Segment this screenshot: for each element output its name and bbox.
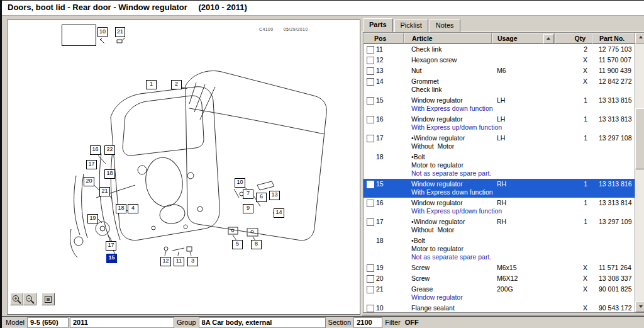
diagram-callout-13[interactable]: 13 bbox=[269, 191, 280, 200]
scroll-thumb[interactable] bbox=[635, 108, 644, 169]
row-checkbox[interactable] bbox=[367, 135, 374, 142]
column-scroll-up-button[interactable] bbox=[543, 34, 553, 44]
diagram-panel: 10 21 C4100 05/29/2010 121 bbox=[7, 20, 360, 315]
diagram-callout-11[interactable]: 11 bbox=[174, 257, 184, 266]
row-checkbox[interactable] bbox=[367, 264, 374, 272]
row-checkbox[interactable] bbox=[367, 286, 374, 293]
usage-cell: M6X12 bbox=[492, 274, 555, 283]
row-checkbox[interactable] bbox=[367, 200, 374, 207]
scroll-up-button[interactable] bbox=[635, 33, 644, 43]
column-header-article[interactable]: Article bbox=[404, 33, 492, 44]
column-header-pos[interactable]: Pos bbox=[364, 33, 404, 44]
group-label: Group bbox=[177, 319, 196, 326]
diagram-callout-19[interactable]: 19 bbox=[87, 214, 98, 223]
table-row-pos-10[interactable]: 10Flange sealantX90 543 172 bbox=[364, 303, 635, 312]
diagram-callout-17[interactable]: 17 bbox=[86, 160, 97, 169]
pos-cell: 16 bbox=[364, 115, 404, 132]
door-diagram bbox=[8, 20, 358, 313]
pos-value: 17 bbox=[376, 218, 384, 225]
table-row-pos-18[interactable]: 18•BoltMotor to regulatorNot as separate… bbox=[364, 152, 635, 179]
qty-cell: 1 bbox=[555, 115, 592, 132]
row-checkbox[interactable] bbox=[367, 305, 374, 312]
drawing-number: C4100 bbox=[259, 27, 274, 31]
diagram-callout-22[interactable]: 22 bbox=[104, 145, 115, 155]
scroll-down-button[interactable] bbox=[635, 302, 644, 312]
diagram-callout-18[interactable]: 18 bbox=[116, 204, 126, 213]
diagram-callout-5[interactable]: 5 bbox=[232, 240, 243, 249]
diagram-callout-12[interactable]: 12 bbox=[160, 257, 171, 266]
table-row-pos-12[interactable]: 12Hexagon screwX11 570 007 bbox=[364, 55, 635, 65]
tab-notes[interactable]: Notes bbox=[430, 19, 460, 32]
row-checkbox[interactable] bbox=[367, 78, 374, 86]
tab-bar: PartsPicklistNotes bbox=[363, 19, 462, 31]
fit-view-button[interactable] bbox=[42, 293, 55, 305]
table-row-pos-21[interactable]: 21GreaseWindow regulator200GX90 001 825 bbox=[364, 284, 635, 303]
vertical-scrollbar[interactable] bbox=[635, 33, 644, 312]
zoom-in-button[interactable] bbox=[10, 293, 23, 305]
diagram-callout-20[interactable]: 20 bbox=[84, 177, 94, 186]
arrow-up-icon bbox=[547, 37, 550, 40]
row-checkbox[interactable] bbox=[367, 116, 374, 123]
row-checkbox[interactable] bbox=[367, 97, 374, 105]
diagram-callout-14[interactable]: 14 bbox=[274, 208, 284, 218]
tab-picklist[interactable]: Picklist bbox=[394, 19, 428, 32]
pos-cell: 19 bbox=[364, 264, 404, 272]
diagram-callout-18[interactable]: 18 bbox=[104, 169, 115, 179]
table-row-pos-17[interactable]: 17•Window regulatorWithout MotorRH113 29… bbox=[364, 217, 635, 235]
usage-cell bbox=[492, 77, 555, 94]
diagram-callout-17[interactable]: 17 bbox=[106, 241, 116, 251]
column-header-part[interactable]: Part No. bbox=[592, 33, 635, 44]
year-value: 2011 bbox=[70, 317, 174, 328]
row-checkbox[interactable] bbox=[367, 218, 374, 226]
qty-cell bbox=[555, 237, 592, 261]
qty-cell: X bbox=[555, 274, 592, 283]
table-row-pos-14[interactable]: 14GrommetCheck linkX12 842 272 bbox=[364, 76, 635, 95]
filter-value: OFF bbox=[405, 319, 419, 326]
table-row-pos-19[interactable]: 19ScrewM6x15X11 571 264 bbox=[364, 263, 635, 273]
part-number-cell: 13 297 109 bbox=[592, 218, 635, 234]
usage-cell: RH bbox=[492, 218, 555, 234]
zoom-out-button[interactable] bbox=[23, 293, 36, 305]
table-row-pos-16[interactable]: 16Window regulatorWith Express up/down f… bbox=[364, 114, 635, 133]
diagram-callout-3[interactable]: 3 bbox=[187, 257, 198, 266]
diagram-callout-1[interactable]: 1 bbox=[146, 80, 157, 89]
pos-cell: 10 bbox=[364, 304, 404, 312]
diagram-callout-2[interactable]: 2 bbox=[171, 80, 182, 89]
column-header-qty[interactable]: Qty bbox=[555, 33, 592, 44]
grid-body: 11Check link212 775 10312Hexagon screwX1… bbox=[364, 44, 635, 312]
column-header-usage[interactable]: Usage bbox=[492, 33, 555, 44]
row-checkbox[interactable] bbox=[367, 46, 374, 54]
row-checkbox[interactable] bbox=[367, 181, 374, 188]
row-checkbox[interactable] bbox=[367, 275, 374, 283]
diagram-callout-8[interactable]: 8 bbox=[251, 240, 262, 249]
diagram-callout-9[interactable]: 9 bbox=[243, 204, 253, 213]
diagram-callout-6[interactable]: 6 bbox=[256, 193, 267, 202]
diagram-callout-10[interactable]: 10 bbox=[235, 178, 245, 188]
qty-cell: X bbox=[555, 56, 592, 64]
legend-callout-10: 10 bbox=[97, 27, 108, 37]
qty-cell bbox=[555, 153, 592, 178]
table-row-pos-13[interactable]: 13NutM6X11 900 439 bbox=[364, 65, 635, 76]
diagram-callout-15[interactable]: 15 bbox=[106, 254, 117, 263]
table-row-pos-16[interactable]: 16Window regulatorWith Express up/down f… bbox=[364, 198, 635, 217]
diagram-callout-21[interactable]: 21 bbox=[99, 187, 110, 196]
pos-value: 10 bbox=[376, 304, 384, 312]
diagram-callout-16[interactable]: 16 bbox=[90, 145, 101, 155]
row-checkbox[interactable] bbox=[367, 67, 374, 75]
diagram-callout-4[interactable]: 4 bbox=[128, 204, 138, 213]
table-row-pos-15[interactable]: 15Window regulatorWith Express down func… bbox=[364, 95, 635, 114]
qty-cell: 1 bbox=[555, 96, 592, 113]
tab-parts[interactable]: Parts bbox=[363, 18, 393, 32]
table-row-pos-11[interactable]: 11Check link212 775 103 bbox=[364, 44, 635, 55]
pos-value: 21 bbox=[376, 285, 384, 293]
row-checkbox[interactable] bbox=[367, 57, 374, 64]
table-row-pos-20[interactable]: 20ScrewM6X12X13 308 337 bbox=[364, 273, 635, 284]
diagram-callout-7[interactable]: 7 bbox=[243, 189, 253, 199]
table-row-pos-18[interactable]: 18•BoltMotor to regulatorNot as separate… bbox=[364, 235, 635, 263]
pos-value: 15 bbox=[376, 96, 384, 104]
pos-cell: 18 bbox=[364, 237, 404, 261]
table-row-pos-17[interactable]: 17•Window regulatorWithout MotorLH113 29… bbox=[364, 133, 635, 152]
parts-table: PosArticleUsageQtyPart No. 11Check link2… bbox=[363, 32, 644, 313]
table-row-pos-15[interactable]: 15Window regulatorWith Express down func… bbox=[364, 179, 635, 198]
part-number-cell: 11 570 007 bbox=[592, 56, 635, 64]
